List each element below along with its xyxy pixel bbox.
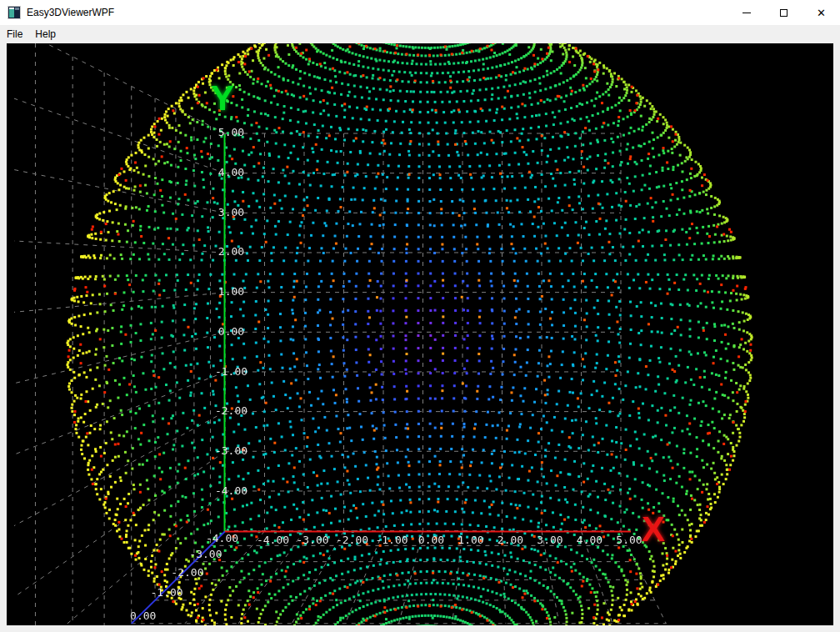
minimize-icon <box>742 13 751 13</box>
close-button[interactable]: ✕ <box>802 0 840 25</box>
title-bar: Easy3DViewerWPF ✕ <box>0 0 840 25</box>
window-controls: ✕ <box>728 0 840 25</box>
maximize-icon <box>780 9 788 17</box>
minimize-button[interactable] <box>728 0 765 25</box>
app-window: Easy3DViewerWPF ✕ File Help <box>0 0 840 632</box>
window-title: Easy3DViewerWPF <box>27 7 114 18</box>
menu-item-help[interactable]: Help <box>29 26 62 43</box>
viewport-canvas-3d-point-cloud[interactable] <box>7 43 833 625</box>
close-icon: ✕ <box>817 8 826 18</box>
menu-bar: File Help <box>0 25 840 43</box>
maximize-button[interactable] <box>765 0 802 25</box>
menu-item-file[interactable]: File <box>1 26 28 43</box>
app-icon <box>8 6 21 19</box>
